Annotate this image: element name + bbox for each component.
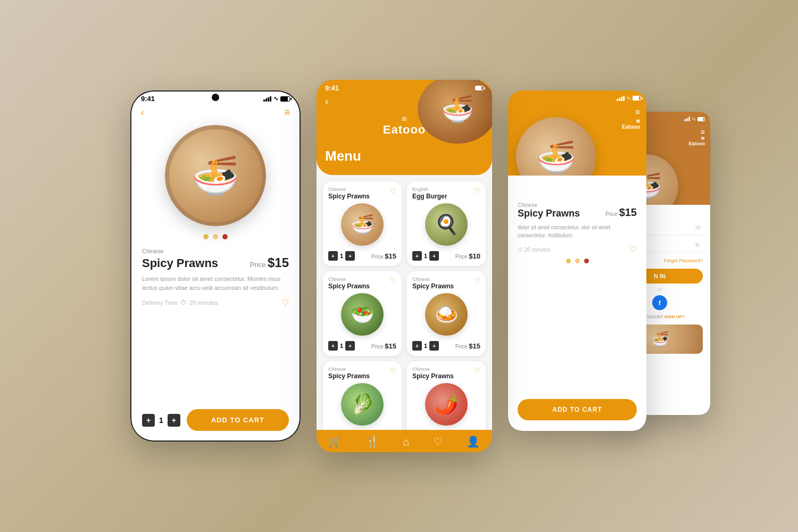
card-qty-decrease-0[interactable]: + xyxy=(328,251,338,261)
card-qty-increase-2[interactable]: + xyxy=(345,341,355,351)
phone-detail: 9:41 ∿ ‹ ≡ xyxy=(130,90,301,442)
signal-icon-1 xyxy=(263,96,271,102)
card-subtitle-2: Chinese xyxy=(328,277,370,282)
card-favorite-3[interactable]: ♡ xyxy=(474,277,480,285)
card-image-0: 🍜 xyxy=(341,203,384,246)
detail-partial-add-to-cart[interactable]: ADD TO CART xyxy=(518,399,637,420)
card-qty-3: + 1 + xyxy=(412,341,439,351)
login-brand-wave: ≋ xyxy=(689,136,705,141)
menu-status-time: 9:41 xyxy=(325,84,339,92)
main-scene: 9:41 ∿ ‹ ≡ xyxy=(0,0,798,532)
camera-notch xyxy=(212,94,219,101)
card-qty-val-2: 1 xyxy=(340,343,343,349)
card-qty-decrease-1[interactable]: + xyxy=(412,251,422,261)
card-favorite-0[interactable]: ♡ xyxy=(390,187,396,195)
card-title-4: Spicy Prawns xyxy=(328,372,370,380)
detail-partial-description: dolor sit amet consectetur. olor sit ame… xyxy=(518,223,637,239)
brand-name: Eatooo xyxy=(317,123,492,137)
menu-title: Menu xyxy=(325,148,484,164)
card-favorite-4[interactable]: ♡ xyxy=(390,367,396,375)
dot-p3-3[interactable] xyxy=(584,259,589,263)
menu-battery-icon xyxy=(475,86,484,90)
card-favorite-5[interactable]: ♡ xyxy=(474,367,480,375)
food-title-1: Spicy Prawns xyxy=(142,256,218,270)
delivery-time: Delivery Time ⏱ 20 minutes xyxy=(142,299,218,306)
password-icon: 👁 xyxy=(694,242,701,249)
login-signal-icon xyxy=(684,117,690,121)
detail-partial-signal xyxy=(617,96,625,101)
card-qty-val-3: 1 xyxy=(424,343,427,349)
quantity-value: 1 xyxy=(159,416,163,425)
wifi-icon-1: ∿ xyxy=(273,95,278,102)
bottom-nav-favorites[interactable]: ♡ xyxy=(433,435,443,448)
menu-back-button[interactable]: ‹ xyxy=(325,95,329,107)
delivery-row: Delivery Time ⏱ 20 minutes ♡ xyxy=(142,297,289,307)
facebook-login-button[interactable]: f xyxy=(652,295,667,310)
food-content: Chinese Spicy Prawns Price $15 Lorem ips… xyxy=(130,243,301,403)
login-status-icons: ∿ xyxy=(684,116,705,122)
favorite-button-1[interactable]: ♡ xyxy=(281,297,289,307)
menu-card-3: Chinese Spicy Prawns ♡ 🍛 + 1 + Price $15 xyxy=(407,271,486,356)
food-circle: 🍜 xyxy=(165,125,266,226)
card-qty-decrease-2[interactable]: + xyxy=(328,341,338,351)
dot-p3-1[interactable] xyxy=(566,259,571,263)
quantity-decrease[interactable]: + xyxy=(142,414,155,427)
detail-partial-header: 🍜 ∿ xyxy=(508,90,646,176)
card-title-5: Spicy Prawns xyxy=(412,372,454,380)
brand-logo: ≋ Eatooo xyxy=(317,112,492,145)
detail-partial-brand: ≋ Eatooo xyxy=(622,118,640,130)
detail-partial-status-bar: ∿ xyxy=(617,95,641,102)
add-to-cart-button[interactable]: ADD TO CART xyxy=(187,409,289,431)
card-title-0: Spicy Prawns xyxy=(328,193,370,200)
quantity-increase[interactable]: + xyxy=(168,414,180,427)
detail-partial-hamburger[interactable]: ≡ xyxy=(635,107,640,117)
signup-link[interactable]: SIGN UP? xyxy=(664,314,685,319)
card-image-2: 🥗 xyxy=(341,293,384,336)
menu-card-5: Chinese Spicy Prawns ♡ 🌶️ + 1 + Price $1… xyxy=(407,361,486,430)
card-qty-increase-3[interactable]: + xyxy=(429,341,439,351)
card-qty-increase-1[interactable]: + xyxy=(429,251,439,261)
dot-3[interactable] xyxy=(222,234,228,239)
bottom-nav-profile[interactable]: 👤 xyxy=(467,435,480,448)
card-qty-decrease-3[interactable]: + xyxy=(412,341,422,351)
brand-wave: ≋ xyxy=(317,114,492,123)
menu-card-4: Chinese Spicy Prawns ♡ 🥬 + 1 + Price $15 xyxy=(323,361,402,430)
food-description-1: Lorem ipsum dolor sit amet consectetur. … xyxy=(142,275,289,292)
login-hamburger[interactable]: ≡ xyxy=(701,128,705,136)
bottom-navigation: 🛒 🍴 ⌂ ♡ 👤 xyxy=(317,430,492,452)
bottom-nav-home[interactable]: ⌂ xyxy=(403,436,409,448)
card-image-5: 🌶️ xyxy=(425,383,468,426)
card-price-3: Price $15 xyxy=(455,342,480,350)
card-qty-0: + 1 + xyxy=(328,251,355,261)
detail-partial-brand-wave: ≋ xyxy=(622,118,640,124)
menu-button-1[interactable]: ≡ xyxy=(284,107,290,118)
card-title-3: Spicy Prawns xyxy=(412,282,454,290)
bottom-nav-menu[interactable]: 🍴 xyxy=(365,435,379,448)
nav-bar-1: ‹ ≡ xyxy=(130,105,301,122)
detail-partial-favorite[interactable]: ♡ xyxy=(630,245,637,254)
quantity-control: + 1 + xyxy=(142,414,180,427)
detail-partial-delivery: ⏱ 20 minutes ♡ xyxy=(518,245,637,254)
bottom-nav-cart[interactable]: 🛒 xyxy=(328,435,342,448)
card-favorite-1[interactable]: ♡ xyxy=(474,187,480,195)
back-button-1[interactable]: ‹ xyxy=(141,107,144,118)
card-subtitle-0: Chinese xyxy=(328,187,370,192)
detail-partial-battery-icon xyxy=(633,96,641,101)
menu-card-0: Chinese Spicy Prawns ♡ 🍜 + 1 + Price $15 xyxy=(323,181,402,266)
detail-partial-subtitle: Chinese xyxy=(518,202,580,208)
food-emoji-1: 🍜 xyxy=(192,153,239,198)
card-image-1: 🍳 xyxy=(425,203,468,246)
card-qty-val-1: 1 xyxy=(424,253,427,259)
card-qty-increase-0[interactable]: + xyxy=(345,251,355,261)
login-battery-icon xyxy=(697,117,705,121)
phone-detail-partial: 🍜 ∿ xyxy=(508,90,646,431)
phone-menu: 🍜 9:41 ∿ ‹ xyxy=(317,80,492,452)
dot-2[interactable] xyxy=(213,234,218,239)
dot-1[interactable] xyxy=(203,234,209,239)
card-qty-1: + 1 + xyxy=(412,251,439,261)
battery-icon-1 xyxy=(280,96,290,102)
card-qty-val-0: 1 xyxy=(340,253,343,259)
card-favorite-2[interactable]: ♡ xyxy=(390,277,396,285)
menu-grid: Chinese Spicy Prawns ♡ 🍜 + 1 + Price $15 xyxy=(317,175,492,430)
dot-p3-2[interactable] xyxy=(575,259,580,263)
